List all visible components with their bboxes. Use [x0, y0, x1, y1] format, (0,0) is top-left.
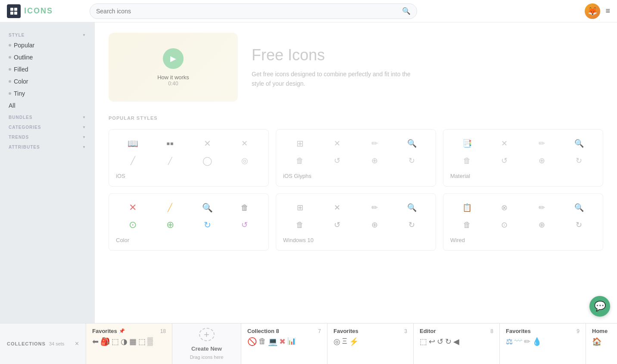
- win-icon-6: ↺: [321, 218, 355, 232]
- header-right: 🦊 ≡: [585, 3, 610, 19]
- collection-favorites-3[interactable]: Favorites 9 ⚖ 〰 ✏ 💧: [500, 324, 586, 364]
- search-input[interactable]: [96, 8, 402, 15]
- collection-8[interactable]: Collection 8 7 🚫 🗑 💻 ✖ 📊: [241, 324, 327, 364]
- style-card-material[interactable]: 📑 ✕ ✏ 🔍 🗑 ↺ ⊕ ↻ Material: [443, 129, 603, 187]
- color-icons: ✕ ╱ 🔍 🗑 ⊙ ⊕ ↻ ↺: [116, 201, 262, 232]
- glyph-icon-6: ↺: [321, 154, 355, 168]
- video-duration: 0:40: [168, 81, 178, 87]
- fav1-icon-1: ⬅: [92, 337, 99, 346]
- sidebar-attributes-chevron: ▼: [82, 145, 86, 149]
- chat-button[interactable]: 💬: [589, 296, 610, 317]
- sidebar-item-color[interactable]: Color: [0, 75, 95, 87]
- sidebar-item-outline[interactable]: Outline: [0, 51, 95, 63]
- logo-text: ICONS: [24, 6, 53, 16]
- collection-editor-header: Editor 8: [420, 328, 493, 334]
- collection-editor-name: Editor: [420, 328, 436, 334]
- menu-icon[interactable]: ≡: [605, 6, 610, 16]
- collection-favorites-3-icons: ⚖ 〰 ✏ 💧: [506, 337, 580, 346]
- col-icon-8: ↺: [228, 218, 262, 232]
- collection-favorites-1-count: 18: [160, 328, 166, 334]
- win-icon-5: 🗑: [283, 218, 317, 232]
- ios-icon-8: ◎: [228, 154, 262, 168]
- sidebar-item-tiny[interactable]: Tiny: [0, 87, 95, 100]
- ed-icon-3: ↺: [437, 337, 443, 346]
- sidebar-dot-popular: [9, 44, 11, 47]
- material-label: Material: [450, 173, 596, 179]
- sidebar-style-chevron: ▼: [82, 33, 86, 37]
- avatar[interactable]: 🦊: [585, 3, 600, 19]
- win-icon-3: ✏: [358, 201, 392, 215]
- glyph-icon-2: ✕: [321, 137, 355, 150]
- close-collections-button[interactable]: ×: [75, 340, 79, 348]
- logo-icon: [7, 4, 21, 18]
- fav3-icon-1: ⚖: [506, 337, 513, 346]
- ed-icon-2: ↩: [429, 337, 435, 346]
- fav2-icon-1: ◎: [333, 337, 340, 346]
- fav2-icon-3: ⚡: [349, 337, 358, 346]
- mat-icon-2: ✕: [488, 137, 522, 150]
- sidebar-item-all[interactable]: All: [0, 100, 95, 112]
- sidebar-item-filled[interactable]: Filled: [0, 63, 95, 75]
- collection-create-new[interactable]: + Create New Drag icons here: [172, 324, 241, 364]
- ios-icon-5: ╱: [116, 154, 150, 168]
- collection-favorites-1-icons: ⬅ 🎒 ⬚ ◑ ▦ ⬚ ▒: [92, 337, 166, 346]
- ed-icon-1: ⬚: [420, 337, 427, 346]
- sidebar-bundles-label: BUNDLES ▼: [0, 112, 95, 121]
- mat-icon-6: ↺: [488, 154, 522, 168]
- fav2-icon-2: Ξ: [342, 337, 347, 346]
- hero-video[interactable]: ▶ How it works 0:40: [109, 33, 238, 102]
- mat-icon-4: 🔍: [562, 137, 596, 150]
- sidebar-categories-label: CATEGORIES ▼: [0, 121, 95, 131]
- ios-icon-7: ◯: [190, 154, 224, 168]
- home-icon-1: 🏠: [592, 337, 601, 346]
- collection-favorites-2-count: 3: [404, 328, 407, 334]
- ios-icon-1: 📖: [116, 137, 150, 150]
- collections-title: COLLECTIONS: [7, 341, 46, 346]
- content-area: ▶ How it works 0:40 Free Icons Get free …: [95, 22, 617, 323]
- c8-icon-4: ✖: [279, 337, 286, 346]
- collection-editor[interactable]: Editor 8 ⬚ ↩ ↺ ↻ ◀: [414, 324, 500, 364]
- win-icon-2: ✕: [321, 201, 355, 215]
- search-bar[interactable]: 🔍: [90, 3, 417, 19]
- sidebar-dot-color: [9, 80, 11, 83]
- collections-bar: COLLECTIONS 34 sets × Favorites 📌 18 ⬅ 🎒…: [0, 323, 617, 364]
- collection-favorites-2[interactable]: Favorites 3 ◎ Ξ ⚡: [327, 324, 414, 364]
- collection-favorites-3-count: 9: [576, 328, 580, 334]
- pin-icon: 📌: [119, 328, 125, 334]
- wired-label: Wired: [450, 237, 596, 243]
- win-icon-4: 🔍: [395, 201, 429, 215]
- sidebar-style-label: STYLE ▼: [0, 29, 95, 39]
- c8-icon-5: 📊: [287, 337, 296, 346]
- style-card-windows10[interactable]: ⊞ ✕ ✏ 🔍 🗑 ↺ ⊕ ↻ Windows 10: [276, 193, 436, 251]
- hero-description: Get free icons designed to combine perfe…: [252, 69, 424, 89]
- fav1-icon-7: ▒: [147, 337, 153, 346]
- logo-area: ICONS: [7, 4, 84, 18]
- collections-list: Favorites 📌 18 ⬅ 🎒 ⬚ ◑ ▦ ⬚ ▒ + Create Ne…: [86, 324, 617, 364]
- style-card-wired[interactable]: 📋 ⊗ ✏ 🔍 🗑 ⊙ ⊕ ↻ Wired: [443, 193, 603, 251]
- sidebar-item-popular[interactable]: Popular: [0, 39, 95, 51]
- sidebar-trends-chevron: ▼: [82, 135, 86, 139]
- style-card-ios[interactable]: 📖 ▪▪ ✕ ✕ ╱ ╱ ◯ ◎ iOS: [109, 129, 269, 187]
- collection-favorites-1-name: Favorites 📌: [92, 328, 125, 334]
- collection-8-icons: 🚫 🗑 💻 ✖ 📊: [247, 337, 321, 346]
- win10-label: Windows 10: [283, 237, 429, 243]
- col-icon-1: ✕: [116, 201, 150, 215]
- win-icon-7: ⊕: [358, 218, 392, 232]
- mat-icon-1: 📑: [450, 137, 484, 150]
- ios-icon-3: ✕: [190, 137, 224, 150]
- collection-8-header: Collection 8 7: [247, 328, 321, 334]
- style-card-ios-glyphs[interactable]: ⊞ ✕ ✏ 🔍 🗑 ↺ ⊕ ↻ iOS Glyphs: [276, 129, 436, 187]
- ios-icon-2: ▪▪: [153, 137, 187, 150]
- wired-icon-8: ↻: [562, 218, 596, 232]
- content-fade: [95, 289, 617, 323]
- collection-home[interactable]: Home 🏠: [586, 324, 617, 364]
- glyph-icon-3: ✏: [358, 137, 392, 150]
- fav1-icon-2: 🎒: [100, 337, 110, 346]
- search-icon-btn[interactable]: 🔍: [402, 7, 411, 15]
- play-button[interactable]: ▶: [163, 48, 184, 69]
- collection-favorites-1[interactable]: Favorites 📌 18 ⬅ 🎒 ⬚ ◑ ▦ ⬚ ▒: [86, 324, 172, 364]
- sidebar-dot-filled: [9, 68, 11, 71]
- style-card-color[interactable]: ✕ ╱ 🔍 🗑 ⊙ ⊕ ↻ ↺ Color: [109, 193, 269, 251]
- header: ICONS 🔍 🦊 ≡: [0, 0, 617, 22]
- wired-icon-1: 📋: [450, 201, 484, 215]
